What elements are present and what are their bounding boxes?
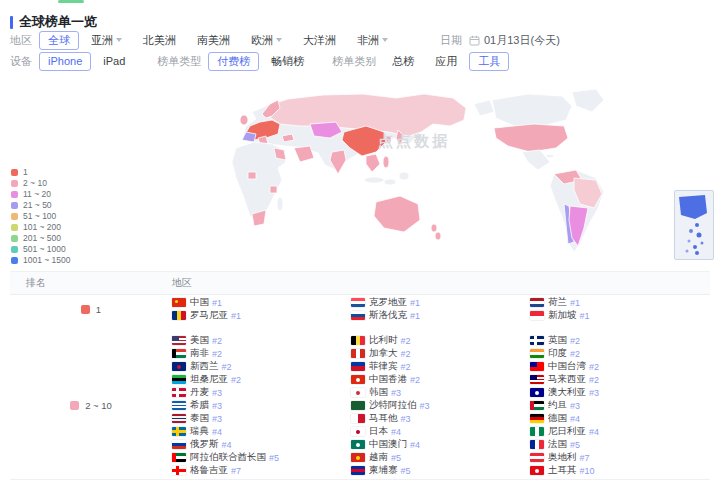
- legend-label: 2 ~ 10: [23, 179, 47, 187]
- country-row[interactable]: 约旦#3: [530, 399, 709, 412]
- country-name: 中国台湾: [548, 360, 586, 373]
- country-row[interactable]: 中国香港#2: [351, 373, 530, 386]
- country-row[interactable]: 比利时#2: [351, 334, 530, 347]
- world-map[interactable]: 点点数据: [228, 86, 662, 266]
- country-flag-icon: [172, 336, 186, 345]
- category-option[interactable]: 总榜: [383, 52, 423, 71]
- country-row[interactable]: 中国台湾#2: [530, 360, 709, 373]
- country-row[interactable]: 马耳他#3: [351, 412, 530, 425]
- country-flag-icon: [172, 298, 186, 307]
- region-filter-row: 地区 全球亚洲北美洲南美洲欧洲大洋洲非洲 日期 01月13日(今天): [10, 30, 560, 50]
- country-row[interactable]: 泰国#3: [172, 412, 351, 425]
- legend-swatch: [11, 202, 18, 209]
- country-name: 柬埔寨: [369, 464, 398, 477]
- country-row[interactable]: 克罗地亚#1: [351, 296, 530, 309]
- country-row[interactable]: 澳大利亚#3: [530, 386, 709, 399]
- legend-label: 101 ~ 200: [23, 223, 61, 231]
- device-filter-label: 设备: [10, 54, 32, 69]
- country-row[interactable]: 美国#2: [172, 334, 351, 347]
- country-row[interactable]: 奥地利#7: [530, 451, 709, 464]
- country-flag-icon: [351, 440, 365, 449]
- country-row[interactable]: 日本#4: [351, 425, 530, 438]
- list-type-option[interactable]: 付费榜: [208, 52, 259, 71]
- region-option[interactable]: 北美洲: [134, 31, 185, 50]
- legend-swatch: [11, 235, 18, 242]
- legend-label: 21 ~ 50: [23, 201, 52, 209]
- category-filter-label: 榜单类别: [332, 54, 376, 69]
- list-type-option[interactable]: 畅销榜: [262, 52, 313, 71]
- country-row[interactable]: 希腊#3: [172, 399, 351, 412]
- country-rank: #1: [570, 298, 580, 308]
- device-option[interactable]: iPhone: [39, 52, 91, 71]
- region-option[interactable]: 亚洲: [82, 31, 131, 50]
- country-row[interactable]: 坦桑尼亚#2: [172, 373, 351, 386]
- page-title: 全球榜单一览: [19, 13, 97, 31]
- country-row[interactable]: 新加坡#1: [530, 309, 709, 322]
- country-flag-icon: [172, 349, 186, 358]
- country-row[interactable]: 新西兰#2: [172, 360, 351, 373]
- country-rank: #5: [269, 453, 279, 463]
- region-option[interactable]: 大洋洲: [294, 31, 345, 50]
- country-row[interactable]: 韩国#3: [351, 386, 530, 399]
- country-row[interactable]: 荷兰#1: [530, 296, 709, 309]
- country-row[interactable]: 印度#2: [530, 347, 709, 360]
- region-option[interactable]: 非洲: [348, 31, 397, 50]
- region-option[interactable]: 南美洲: [188, 31, 239, 50]
- category-option-label: 总榜: [392, 55, 414, 68]
- device-option-label: iPad: [103, 55, 125, 68]
- date-picker[interactable]: 01月13日(今天): [469, 33, 560, 48]
- country-name: 马耳他: [369, 412, 398, 425]
- rank-cell: 2 ~ 10: [10, 400, 172, 411]
- country-row[interactable]: 尼日利亚#4: [530, 425, 709, 438]
- country-name: 荷兰: [548, 296, 567, 309]
- country-row[interactable]: 沙特阿拉伯#3: [351, 399, 530, 412]
- country-rank: #1: [580, 311, 590, 321]
- category-option[interactable]: 工具: [469, 52, 509, 71]
- country-rank: #2: [570, 349, 580, 359]
- country-flag-icon: [172, 401, 186, 410]
- country-row[interactable]: 越南#5: [351, 451, 530, 464]
- region-option-label: 南美洲: [197, 34, 230, 47]
- flag-emblem: [175, 300, 178, 303]
- country-row[interactable]: 丹麦#3: [172, 386, 351, 399]
- country-row[interactable]: 格鲁吉亚#7: [172, 464, 351, 477]
- country-rank: #4: [212, 427, 222, 437]
- legend-swatch: [11, 213, 18, 220]
- country-flag-icon: [351, 388, 365, 397]
- country-row[interactable]: 法国#5: [530, 438, 709, 451]
- device-option[interactable]: iPad: [94, 52, 134, 71]
- country-row[interactable]: 马来西亚#2: [530, 373, 709, 386]
- flag-emblem: [356, 378, 360, 382]
- country-row[interactable]: 斯洛伐克#1: [351, 309, 530, 322]
- region-option[interactable]: 全球: [39, 31, 79, 50]
- country-name: 中国香港: [369, 373, 407, 386]
- country-row[interactable]: 瑞典#4: [172, 425, 351, 438]
- country-flag-icon: [530, 298, 544, 307]
- country-row[interactable]: 德国#4: [530, 412, 709, 425]
- country-row[interactable]: 土耳其#10: [530, 464, 709, 477]
- country-row[interactable]: 中国#1: [172, 296, 351, 309]
- country-name: 日本: [369, 425, 388, 438]
- legend-item: 51 ~ 100: [11, 212, 71, 220]
- country-row[interactable]: 柬埔寨#5: [351, 464, 530, 477]
- country-rank: #3: [212, 414, 222, 424]
- country-rank: #4: [570, 414, 580, 424]
- country-row[interactable]: 阿拉伯联合酋长国#5: [172, 451, 351, 464]
- country-row[interactable]: 英国#2: [530, 334, 709, 347]
- country-row[interactable]: 中国澳门#4: [351, 438, 530, 451]
- country-name: 奥地利: [548, 451, 577, 464]
- country-row[interactable]: 菲律宾#2: [351, 360, 530, 373]
- region-column-header: 地区: [172, 276, 192, 290]
- category-option[interactable]: 应用: [426, 52, 466, 71]
- country-row[interactable]: 罗马尼亚#1: [172, 309, 351, 322]
- country-row[interactable]: 加拿大#2: [351, 347, 530, 360]
- country-row[interactable]: 俄罗斯#4: [172, 438, 351, 451]
- country-row[interactable]: 南非#2: [172, 347, 351, 360]
- region-option-label: 全球: [48, 34, 70, 47]
- country-flag-icon: [530, 427, 544, 436]
- inset-map-icon: [675, 191, 713, 259]
- region-option[interactable]: 欧洲: [242, 31, 291, 50]
- flag-emblem: [356, 430, 360, 434]
- country-name: 英国: [548, 334, 567, 347]
- table-bottom-divider: [10, 479, 710, 480]
